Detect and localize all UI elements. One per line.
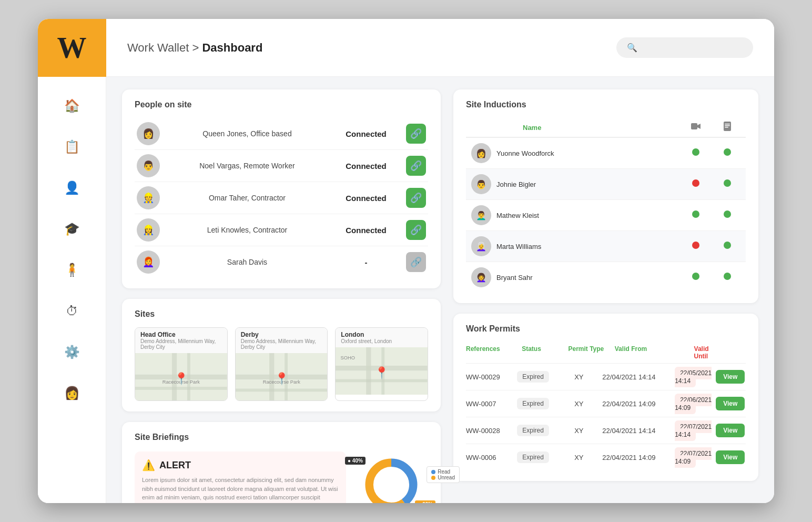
- svg-rect-21: [691, 123, 697, 129]
- link-button[interactable]: 🔗: [406, 220, 426, 240]
- permit-status: Expired: [517, 451, 555, 463]
- breadcrumb: Work Wallet > Dashboard: [127, 41, 616, 55]
- sites-card: Sites Head Office Demo Address, Millenni…: [122, 299, 441, 411]
- unread-dot: [431, 476, 435, 480]
- sidebar-item-worker[interactable]: 🧍: [59, 257, 85, 283]
- table-row: WW-00029 Expired XY 22/04/2021 14:14 22/…: [466, 364, 746, 390]
- permit-ref: WW-0006: [466, 454, 513, 461]
- status-dot-red: [692, 242, 699, 249]
- valid-from-header: Valid From: [615, 345, 690, 360]
- svg-rect-26: [725, 127, 728, 128]
- search-box[interactable]: 🔍: [616, 37, 753, 58]
- svg-rect-23: [724, 122, 731, 131]
- link-button-disconnected[interactable]: 🔗: [406, 252, 426, 272]
- sidebar-item-gauge[interactable]: ⏱: [59, 298, 85, 324]
- person-name: Leti Knowles, Contractor: [168, 226, 326, 234]
- site-header: London Oxford street, London: [336, 328, 428, 347]
- link-button[interactable]: 🔗: [406, 188, 426, 208]
- site-name: London: [341, 331, 422, 338]
- status-dot-green: [692, 210, 699, 218]
- permit-from: 22/04/2021 14:09: [602, 400, 671, 408]
- unread-label: Unread: [438, 475, 455, 480]
- status-text: Connected: [334, 162, 398, 170]
- site-map: Racecourse Park 📍: [135, 353, 227, 400]
- site-address: Demo Address, Millennium Way, Derby City: [241, 338, 322, 350]
- donut-chart-wrapper: ● 40%: [354, 450, 428, 503]
- status-dot-green: [724, 210, 731, 218]
- sidebar-item-home[interactable]: 🏠: [59, 93, 85, 119]
- main-area: Work Wallet > Dashboard 🔍 People on site: [106, 19, 774, 503]
- donut-chart: [362, 456, 420, 503]
- permit-ref: WW-0007: [466, 400, 513, 408]
- site-card: Derby Demo Address, Millennium Way, Derb…: [235, 327, 328, 401]
- site-header: Head Office Demo Address, Millennium Way…: [135, 328, 227, 353]
- sidebar-item-training[interactable]: 🎓: [59, 216, 85, 242]
- permit-type: XY: [560, 373, 598, 381]
- permit-from: 22/04/2021 14:09: [602, 454, 671, 461]
- avatar: 👩‍🦰: [137, 250, 160, 274]
- col2-status: [714, 242, 740, 251]
- view-button[interactable]: View: [716, 370, 745, 384]
- induction-name: Mathew Kleist: [496, 212, 677, 219]
- person-name: Sarah Davis: [168, 258, 326, 266]
- permit-action: View: [716, 450, 746, 464]
- person-name: Noel Vargas, Remote Worker: [168, 162, 326, 170]
- avatar: 👨: [137, 154, 160, 177]
- sidebar-nav: 🏠 📋 👤 🎓 🧍 ⏱ ⚙️ 👩: [38, 87, 106, 411]
- table-row: 👩 Yuonne Woodforck: [466, 138, 746, 169]
- status-text: -: [334, 258, 398, 267]
- view-button[interactable]: View: [716, 397, 745, 410]
- link-button[interactable]: 🔗: [406, 124, 426, 144]
- permit-until: 22/07/2021 14:14: [675, 423, 712, 438]
- sidebar-item-person[interactable]: 👤: [59, 175, 85, 201]
- status-dot-green: [724, 179, 731, 187]
- status-badge: Expired: [517, 451, 549, 463]
- people-list: 👩 Queen Jones, Office based Connected 🔗 …: [135, 118, 428, 278]
- alert-icon: ⚠️: [142, 459, 155, 471]
- col2-status: [714, 179, 740, 189]
- col2-status: [714, 273, 740, 282]
- induction-name: Johnie Bigler: [496, 180, 677, 188]
- avatar: 👩: [137, 122, 160, 145]
- content-area: People on site 👩 Queen Jones, Office bas…: [106, 77, 774, 503]
- alert-label: ALERT: [159, 460, 191, 471]
- action-header: [713, 345, 746, 360]
- svg-rect-9: [236, 389, 328, 392]
- status-header: Status: [522, 345, 564, 360]
- logo[interactable]: W: [38, 19, 106, 77]
- table-row: 👨‍🦱 Mathew Kleist: [466, 200, 746, 231]
- sidebar-item-clipboard[interactable]: 📋: [59, 134, 85, 160]
- site-briefings-title: Site Briefings: [135, 433, 428, 442]
- status-text: Connected: [334, 194, 398, 203]
- table-row: 👨 Noel Vargas, Remote Worker Connected 🔗: [135, 150, 428, 182]
- site-inductions-title: Site Inductions: [466, 100, 746, 109]
- status-dot-green: [724, 148, 731, 156]
- permit-type: XY: [560, 454, 598, 461]
- permit-until: 22/07/2021 14:09: [675, 449, 712, 465]
- until-cell: 22/07/2021 14:09: [675, 447, 712, 468]
- link-button[interactable]: 🔗: [406, 156, 426, 176]
- status-dot-green: [692, 273, 699, 280]
- view-button[interactable]: View: [716, 450, 745, 464]
- induction-table-header: Name: [466, 118, 746, 138]
- table-row: WW-0007 Expired XY 22/04/2021 14:09 22/0…: [466, 390, 746, 417]
- status-dot-green: [724, 242, 731, 249]
- avatar: 👩‍🦱: [471, 267, 491, 287]
- legend-read: Read: [431, 469, 455, 475]
- avatar: 👨: [471, 174, 491, 194]
- search-input[interactable]: [642, 43, 743, 52]
- alert-text: Lorem ipsum dolor sit amet, consectetur …: [142, 476, 339, 503]
- avatar: 👨‍🦱: [471, 205, 491, 225]
- people-on-site-title: People on site: [135, 100, 428, 109]
- site-inductions-card: Site Inductions Name: [453, 89, 758, 303]
- site-address: Oxford street, London: [341, 338, 422, 344]
- site-name: Derby: [241, 331, 322, 338]
- view-button[interactable]: View: [716, 424, 745, 437]
- col1-status: [683, 179, 709, 189]
- col1-status: [683, 148, 709, 158]
- references-header: References: [466, 345, 517, 360]
- avatar: 👷‍♀️: [137, 218, 160, 242]
- site-card: Head Office Demo Address, Millennium Way…: [135, 327, 228, 401]
- sidebar-item-settings[interactable]: ⚙️: [59, 339, 85, 365]
- sidebar-item-profile[interactable]: 👩: [59, 380, 85, 406]
